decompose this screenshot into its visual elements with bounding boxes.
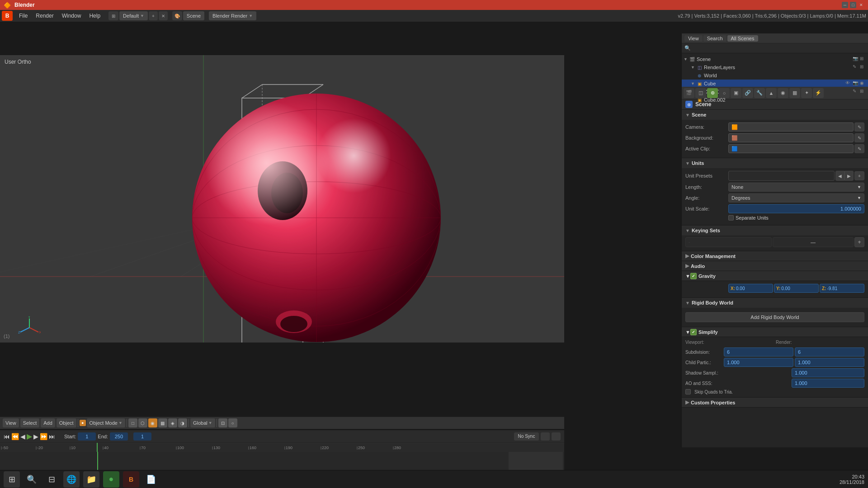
menu-help[interactable]: Help xyxy=(85,12,104,20)
outliner-tab-search[interactable]: Search xyxy=(703,35,726,42)
render-preview-btn[interactable]: ◑ xyxy=(178,418,187,427)
audio-section[interactable]: ▶ Audio xyxy=(682,261,868,271)
rl-icon2[interactable]: ⊞ xyxy=(860,64,866,70)
cube001-edit-icon[interactable]: ✎ xyxy=(853,89,859,95)
keying-sets-list[interactable]: · xyxy=(685,237,772,247)
outliner-item-world[interactable]: ⊛ World xyxy=(682,71,868,80)
texture-btn[interactable]: ▦ xyxy=(158,418,167,427)
search-input[interactable] xyxy=(693,46,865,51)
gravity-section-header[interactable]: ▼ ✓ Gravity xyxy=(682,271,868,281)
simplify-checkbox[interactable]: ✓ xyxy=(690,329,697,335)
separate-units-checkbox[interactable] xyxy=(728,215,734,221)
object-tab[interactable]: ▣ xyxy=(731,88,741,98)
skip-quads-checkbox[interactable] xyxy=(685,389,691,394)
modifier-tab[interactable]: 🔧 xyxy=(754,88,765,98)
data-tab[interactable]: ▲ xyxy=(766,88,777,98)
renderlayer-tab[interactable]: ◫ xyxy=(695,88,706,98)
physics-tab[interactable]: ⚡ xyxy=(813,88,824,98)
view-menu[interactable]: View xyxy=(3,418,19,427)
unit-presets-add[interactable]: + xyxy=(854,171,864,180)
audio-scrub-btn[interactable] xyxy=(541,432,550,441)
texture-tab[interactable]: ▦ xyxy=(789,88,800,98)
custom-properties-section[interactable]: ▶ Custom Properties xyxy=(682,398,868,408)
timeline-body[interactable] xyxy=(0,452,564,471)
material-tab[interactable]: ◉ xyxy=(778,88,788,98)
chrome-btn[interactable]: ● xyxy=(103,471,119,488)
select-menu[interactable]: Select xyxy=(20,418,40,427)
jump-end-btn[interactable]: ⏭ xyxy=(49,433,55,440)
child-partic-vp-field[interactable]: 1.000 xyxy=(724,358,793,367)
minimize-button[interactable]: ─ xyxy=(842,2,848,8)
wireframe-btn[interactable]: ⬡ xyxy=(138,418,147,427)
add-rigid-body-world-btn[interactable]: Add Rigid Body World xyxy=(685,312,864,322)
next-frame-btn[interactable]: ▶ xyxy=(33,433,38,440)
end-frame-input[interactable]: 250 xyxy=(110,432,128,441)
layout-remove-button[interactable]: ✕ xyxy=(159,11,168,20)
ao-sss-rd-field[interactable]: 1.000 xyxy=(792,379,864,388)
simplify-section-header[interactable]: ▼ ✓ Simplify xyxy=(682,327,868,337)
cube-cam-icon[interactable]: 📷 xyxy=(853,80,859,87)
add-menu[interactable]: Add xyxy=(41,418,55,427)
screen-layout-icon[interactable]: ⊞ xyxy=(108,11,118,20)
scene-selector[interactable]: Scene xyxy=(183,11,204,20)
start-frame-input[interactable]: 1 xyxy=(78,432,96,441)
unit-presets-prev[interactable]: ◀ xyxy=(835,171,844,181)
layout-selector[interactable]: Default ▼ xyxy=(119,11,148,20)
play-btn[interactable]: ▶ xyxy=(27,432,32,441)
outliner-item-scene[interactable]: ▼ 🎬 Scene 📷 ⊞ xyxy=(682,55,868,63)
camera-value[interactable]: 🟧 xyxy=(728,122,854,131)
cube001-search-icon[interactable]: ⊞ xyxy=(860,89,866,95)
constraint-tab[interactable]: 🔗 xyxy=(742,88,753,98)
subdivision-vp-field[interactable]: 6 xyxy=(724,347,793,357)
background-link-icon[interactable]: ✎ xyxy=(854,133,864,142)
active-clip-value[interactable]: 🟦 xyxy=(728,144,854,153)
unit-presets-input[interactable] xyxy=(728,171,835,181)
bounding-box-btn[interactable]: □ xyxy=(128,418,137,427)
proportional-btn[interactable]: ○ xyxy=(228,418,237,427)
outliner-tab-view[interactable]: View xyxy=(684,35,703,42)
subdivision-rd-field[interactable]: 6 xyxy=(795,347,864,357)
rigid-body-world-header[interactable]: ▼ Rigid Body World xyxy=(682,298,868,308)
sync-selector[interactable]: No Sync xyxy=(514,432,539,441)
cube-eye-icon[interactable]: 👁 xyxy=(845,80,852,87)
app-btn[interactable]: 📄 xyxy=(143,471,159,488)
global-btn[interactable]: Global ▼ xyxy=(190,418,215,427)
maximize-button[interactable]: □ xyxy=(850,2,856,8)
gravity-x-field[interactable]: X: 0.00 xyxy=(728,284,773,293)
clip-link-icon[interactable]: ✎ xyxy=(854,144,864,153)
render-engine-selector[interactable]: Blender Render ▼ xyxy=(209,11,256,20)
menu-window[interactable]: Window xyxy=(58,12,85,20)
rl-icon1[interactable]: ✎ xyxy=(853,64,859,70)
outliner-item-renderlayers[interactable]: ▼ ◫ RenderLayers ✎ ⊞ xyxy=(682,63,868,71)
render-engine-icon[interactable]: 🎨 xyxy=(172,11,182,20)
gravity-z-field[interactable]: Z: -9.81 xyxy=(820,284,864,293)
material-btn[interactable]: ◈ xyxy=(168,418,177,427)
scene-section-header[interactable]: ▼ Scene xyxy=(682,110,868,120)
blender-taskbar-btn[interactable]: B xyxy=(123,471,139,488)
units-section-header[interactable]: ▼ Units xyxy=(682,158,868,168)
menu-render[interactable]: Render xyxy=(32,12,57,20)
keying-add-btn[interactable]: + xyxy=(854,237,864,247)
length-select[interactable]: None ▼ xyxy=(728,183,864,192)
prev-frame-btn[interactable]: ◀ xyxy=(20,433,25,440)
background-value[interactable]: 🟫 xyxy=(728,133,854,142)
files-btn[interactable]: 📁 xyxy=(83,471,99,488)
jump-start-btn[interactable]: ⏮ xyxy=(4,433,10,440)
object-menu[interactable]: Object xyxy=(57,418,76,427)
close-button[interactable]: ✕ xyxy=(858,2,864,8)
scene-extra-icon[interactable]: ⊞ xyxy=(860,56,866,62)
search-btn[interactable]: 🔍 xyxy=(24,471,40,488)
viewport-3d[interactable]: User Ortho xyxy=(0,55,564,343)
next-keyframe-btn[interactable]: ⏩ xyxy=(40,433,47,440)
keying-sets-header[interactable]: ▼ Keying Sets xyxy=(682,225,868,235)
cube-render-icon[interactable]: ◉ xyxy=(860,80,866,87)
camera-vis-icon[interactable]: 📷 xyxy=(853,56,859,62)
object-mode-btn[interactable]: Object Mode ▼ xyxy=(87,418,125,427)
shadow-sample-rd-field[interactable]: 1.000 xyxy=(792,368,864,377)
timeline-ruler[interactable]: -50 -20 10 40 70 100 130 160 190 220 xyxy=(0,443,564,452)
gravity-checkbox[interactable]: ✓ xyxy=(690,273,697,279)
unit-scale-value[interactable]: 1.000000 xyxy=(728,204,864,213)
gravity-y-field[interactable]: Y: 0.00 xyxy=(774,284,819,293)
solid-btn[interactable]: ◉ xyxy=(148,418,157,427)
color-management-section[interactable]: ▶ Color Management xyxy=(682,251,868,261)
